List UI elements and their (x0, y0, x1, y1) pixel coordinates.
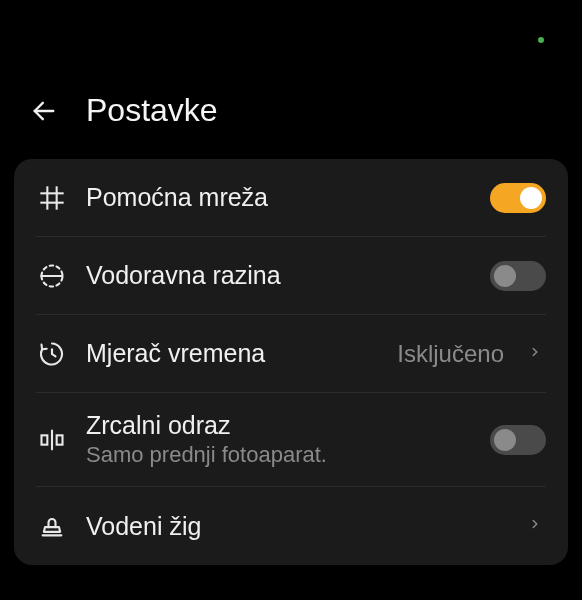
row-watermark[interactable]: Vodeni žig (36, 487, 546, 565)
svg-rect-10 (57, 435, 63, 444)
row-timer-value: Isključeno (397, 340, 504, 368)
row-mirror[interactable]: Zrcalni odraz Samo prednji fotoaparat. (36, 393, 546, 487)
toggle-mirror[interactable] (490, 425, 546, 455)
row-mirror-sublabel: Samo prednji fotoaparat. (86, 442, 472, 468)
page-title: Postavke (86, 92, 218, 129)
row-level[interactable]: Vodoravna razina (36, 237, 546, 315)
svg-rect-9 (42, 435, 48, 444)
stamp-icon (36, 510, 68, 542)
status-indicator-dot (538, 37, 544, 43)
row-mirror-label: Zrcalni odraz (86, 411, 472, 440)
row-level-label: Vodoravna razina (86, 261, 472, 290)
grid-icon (36, 182, 68, 214)
toggle-grid[interactable] (490, 183, 546, 213)
row-grid[interactable]: Pomoćna mreža (36, 159, 546, 237)
row-watermark-label: Vodeni žig (86, 512, 510, 541)
svg-line-7 (52, 354, 56, 356)
header: Postavke (0, 0, 582, 159)
row-timer-label: Mjerač vremena (86, 339, 379, 368)
settings-panel: Pomoćna mreža Vodoravna razina (14, 159, 568, 565)
level-icon (36, 260, 68, 292)
row-timer[interactable]: Mjerač vremena Isključeno (36, 315, 546, 393)
timer-icon (36, 338, 68, 370)
back-icon[interactable] (30, 97, 58, 125)
chevron-right-icon (528, 517, 546, 535)
toggle-level[interactable] (490, 261, 546, 291)
mirror-icon (36, 424, 68, 456)
chevron-right-icon (528, 345, 546, 363)
row-grid-label: Pomoćna mreža (86, 183, 472, 212)
